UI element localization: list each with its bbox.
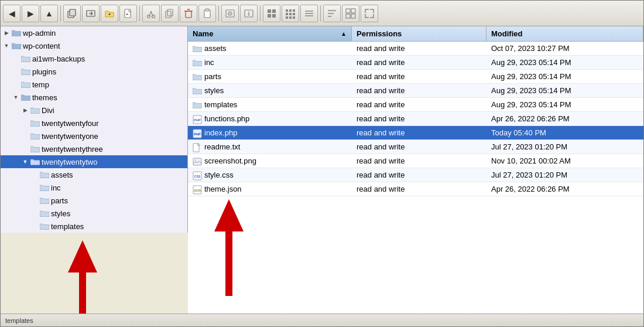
tree-label-wp-admin: wp-admin [23, 29, 56, 38]
folder-icon-templates-sub [40, 222, 49, 230]
directory-tree: wp-admin wp-content ai1wm-backup [1, 26, 188, 233]
tree-item-themes[interactable]: themes [1, 91, 187, 104]
separator-5 [320, 5, 321, 22]
svg-rect-44 [351, 14, 355, 18]
list-view[interactable] [300, 5, 318, 22]
svg-rect-42 [351, 9, 355, 13]
tree-label-temp: temp [32, 80, 49, 89]
tree-label-divi: Divi [42, 106, 54, 115]
expand-button[interactable] [361, 5, 378, 22]
tree-item-inc-sub[interactable]: inc [1, 181, 187, 194]
header-permissions[interactable]: Permissions [352, 26, 487, 41]
file-row-parts[interactable]: parts read and write Aug 29, 2023 05:14 … [188, 70, 643, 84]
svg-text:JSON: JSON [194, 189, 201, 192]
file-cell-perm-screenshot: read and write [352, 154, 487, 168]
view-button[interactable] [221, 5, 239, 22]
new-dir-button[interactable]: + [101, 5, 118, 22]
folder-icon-styles-sub [40, 209, 49, 217]
file-cell-perm-inc: read and write [352, 56, 487, 69]
file-row-index-php[interactable]: PHP index.php read and write Today 05:40… [188, 126, 643, 140]
up-button[interactable]: ▲ [40, 5, 58, 22]
folder-icon-2021 [30, 132, 40, 140]
file-cell-perm-style-css: read and write [352, 168, 487, 182]
file-name-functions: functions.php [204, 114, 249, 123]
tree-item-ai1wm-backups[interactable]: ai1wm-backups [1, 52, 187, 65]
file-cell-mod-readme: Jul 27, 2023 01:20 PM [487, 140, 643, 154]
file-cell-mod-theme-json: Apr 26, 2022 06:26 PM [487, 182, 643, 196]
svg-point-54 [195, 159, 197, 161]
delete-button[interactable] [180, 5, 197, 22]
cut-button[interactable] [142, 5, 160, 22]
file-name-assets: assets [204, 44, 227, 53]
grid-view-1[interactable] [263, 5, 280, 22]
file-cell-perm-functions: read and write [352, 112, 487, 125]
app-window: ◀ ▶ ▲ + + i [0, 0, 644, 327]
tree-item-twentytwentyone[interactable]: twentytwentyone [1, 130, 187, 142]
tree-item-twentytwentyfour[interactable]: twentytwentyfour [1, 117, 187, 130]
new-file-button[interactable]: + [119, 5, 137, 22]
json-icon-theme: JSON [193, 185, 202, 193]
svg-rect-26 [286, 9, 288, 12]
svg-rect-53 [193, 158, 201, 165]
sort-button[interactable] [323, 5, 341, 22]
tree-item-twentytwentythree[interactable]: twentytwentythree [1, 142, 187, 155]
file-name-inc: inc [204, 58, 214, 67]
folder-icon-temp [21, 80, 30, 88]
move-to-button[interactable] [82, 5, 100, 22]
file-row-theme-json[interactable]: JSON theme.json read and write Apr 26, 2… [188, 182, 643, 196]
grid-view-2[interactable] [282, 5, 299, 22]
tree-item-wp-content[interactable]: wp-content [1, 39, 187, 52]
svg-rect-43 [346, 14, 350, 18]
info-button[interactable]: i [240, 5, 258, 22]
file-row-inc[interactable]: inc read and write Aug 29, 2023 05:14 PM [188, 56, 643, 70]
file-row-screenshot[interactable]: screenshot.png read and write Nov 10, 20… [188, 154, 643, 168]
tree-item-divi[interactable]: Divi [1, 104, 187, 117]
folder-icon-inc-row [193, 59, 202, 67]
svg-rect-32 [286, 16, 288, 19]
file-name-theme-json: theme.json [204, 185, 242, 193]
tree-item-templates-sub[interactable]: templates [1, 220, 187, 233]
file-row-assets[interactable]: assets read and write Oct 07, 2023 10:27… [188, 42, 643, 56]
file-name-screenshot: screenshot.png [204, 156, 256, 165]
back-button[interactable]: ◀ [3, 5, 20, 22]
tree-label-plugins: plugins [32, 67, 56, 76]
file-row-readme[interactable]: readme.txt read and write Jul 27, 2023 0… [188, 140, 643, 154]
tree-item-wp-admin[interactable]: wp-admin [1, 26, 187, 39]
header-modified[interactable]: Modified [487, 26, 643, 41]
svg-rect-31 [293, 13, 295, 15]
tree-label-ai1wm: ai1wm-backups [32, 54, 85, 63]
file-cell-name-parts: parts [188, 70, 352, 83]
folder-icon-themes [21, 93, 30, 101]
copy-to-button[interactable] [63, 5, 81, 22]
right-panel: Name ▲ Permissions Modified [188, 26, 643, 314]
paste-button[interactable] [198, 5, 216, 22]
copy-button[interactable] [161, 5, 179, 22]
tree-label-themes: themes [32, 93, 57, 102]
grid-dense[interactable] [342, 5, 359, 22]
tree-item-temp[interactable]: temp [1, 78, 187, 91]
file-cell-perm-assets: read and write [352, 42, 487, 55]
svg-rect-34 [293, 16, 295, 19]
folder-icon-styles-row [193, 87, 202, 95]
file-cell-perm-templates: read and write [352, 98, 487, 111]
file-row-functions-php[interactable]: PHP functions.php read and write Apr 26,… [188, 112, 643, 126]
folder-icon-inc-sub [40, 183, 49, 192]
tree-item-styles-sub[interactable]: styles [1, 207, 187, 220]
svg-text:CSS: CSS [194, 175, 201, 178]
tree-item-assets-sub[interactable]: assets [1, 168, 187, 181]
separator-4 [260, 5, 261, 22]
status-bar: templates [1, 314, 643, 326]
tree-item-twentytwentytwo[interactable]: twentytwentytwo [1, 155, 187, 168]
file-row-styles[interactable]: styles read and write Aug 29, 2023 05:14… [188, 84, 643, 98]
header-name[interactable]: Name ▲ [188, 26, 352, 41]
tree-item-plugins[interactable]: plugins [1, 65, 187, 78]
forward-button[interactable]: ▶ [22, 5, 39, 22]
tree-label-parts-sub: parts [51, 196, 68, 205]
file-cell-perm-theme-json: read and write [352, 182, 487, 196]
file-row-style-css[interactable]: CSS style.css read and write Jul 27, 202… [188, 168, 643, 182]
tree-label-2023: twentytwentythree [42, 145, 103, 154]
tree-item-parts-sub[interactable]: parts [1, 194, 187, 207]
tree-label-2022: twentytwentytwo [42, 158, 97, 166]
img-icon-screenshot [193, 157, 202, 165]
file-row-templates[interactable]: templates read and write Aug 29, 2023 05… [188, 98, 643, 112]
